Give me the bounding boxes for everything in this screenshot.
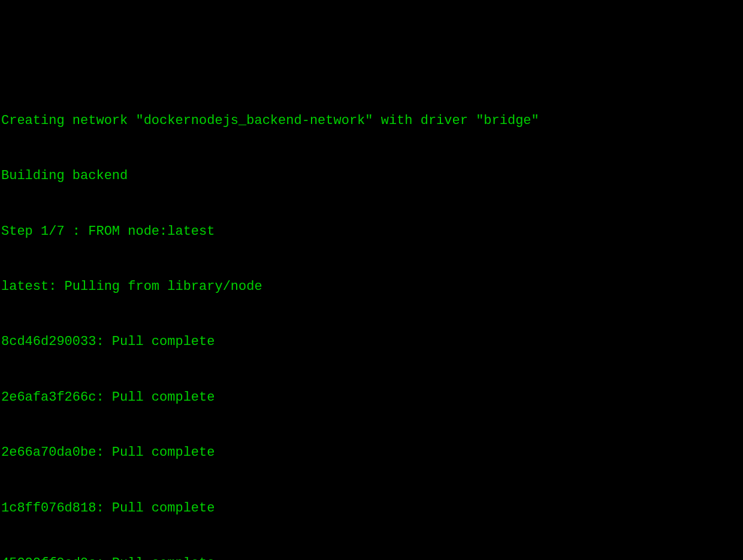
- terminal-line: 45000ff9cd9c: Pull complete: [1, 555, 743, 560]
- terminal-line: 1c8ff076d818: Pull complete: [1, 500, 743, 518]
- terminal-line: 8cd46d290033: Pull complete: [1, 333, 743, 352]
- terminal-line: latest: Pulling from library/node: [1, 278, 743, 296]
- terminal-line: 2e66a70da0be: Pull complete: [1, 444, 743, 462]
- terminal-line: Creating network "dockernodejs_backend-n…: [1, 112, 743, 131]
- terminal-output[interactable]: Creating network "dockernodejs_backend-n…: [0, 74, 743, 560]
- terminal-line: 2e6afa3f266c: Pull complete: [1, 389, 743, 407]
- terminal-line: Step 1/7 : FROM node:latest: [1, 223, 743, 241]
- terminal-line: Building backend: [1, 167, 743, 186]
